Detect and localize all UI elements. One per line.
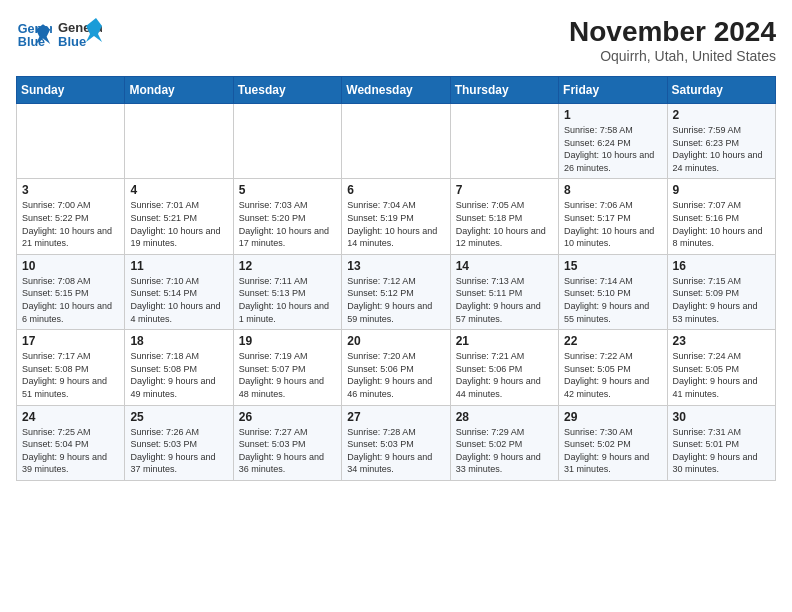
calendar-cell: 14Sunrise: 7:13 AM Sunset: 5:11 PM Dayli… xyxy=(450,254,558,329)
day-info: Sunrise: 7:27 AM Sunset: 5:03 PM Dayligh… xyxy=(239,426,336,476)
day-info: Sunrise: 7:26 AM Sunset: 5:03 PM Dayligh… xyxy=(130,426,227,476)
calendar-cell: 8Sunrise: 7:06 AM Sunset: 5:17 PM Daylig… xyxy=(559,179,667,254)
day-number: 15 xyxy=(564,259,661,273)
day-number: 2 xyxy=(673,108,770,122)
day-info: Sunrise: 7:25 AM Sunset: 5:04 PM Dayligh… xyxy=(22,426,119,476)
day-info: Sunrise: 7:11 AM Sunset: 5:13 PM Dayligh… xyxy=(239,275,336,325)
day-number: 10 xyxy=(22,259,119,273)
day-info: Sunrise: 7:21 AM Sunset: 5:06 PM Dayligh… xyxy=(456,350,553,400)
calendar-week-1: 1Sunrise: 7:58 AM Sunset: 6:24 PM Daylig… xyxy=(17,104,776,179)
day-info: Sunrise: 7:14 AM Sunset: 5:10 PM Dayligh… xyxy=(564,275,661,325)
day-info: Sunrise: 7:13 AM Sunset: 5:11 PM Dayligh… xyxy=(456,275,553,325)
calendar-cell: 16Sunrise: 7:15 AM Sunset: 5:09 PM Dayli… xyxy=(667,254,775,329)
calendar-cell: 15Sunrise: 7:14 AM Sunset: 5:10 PM Dayli… xyxy=(559,254,667,329)
calendar-cell: 7Sunrise: 7:05 AM Sunset: 5:18 PM Daylig… xyxy=(450,179,558,254)
calendar-cell: 24Sunrise: 7:25 AM Sunset: 5:04 PM Dayli… xyxy=(17,405,125,480)
day-number: 24 xyxy=(22,410,119,424)
day-number: 18 xyxy=(130,334,227,348)
day-info: Sunrise: 7:20 AM Sunset: 5:06 PM Dayligh… xyxy=(347,350,444,400)
page-header: General Blue General Blue November 2024 … xyxy=(16,16,776,64)
day-number: 23 xyxy=(673,334,770,348)
day-info: Sunrise: 7:18 AM Sunset: 5:08 PM Dayligh… xyxy=(130,350,227,400)
day-number: 30 xyxy=(673,410,770,424)
day-number: 26 xyxy=(239,410,336,424)
day-number: 19 xyxy=(239,334,336,348)
day-number: 28 xyxy=(456,410,553,424)
day-info: Sunrise: 7:05 AM Sunset: 5:18 PM Dayligh… xyxy=(456,199,553,249)
calendar-cell: 11Sunrise: 7:10 AM Sunset: 5:14 PM Dayli… xyxy=(125,254,233,329)
day-info: Sunrise: 7:10 AM Sunset: 5:14 PM Dayligh… xyxy=(130,275,227,325)
day-info: Sunrise: 7:17 AM Sunset: 5:08 PM Dayligh… xyxy=(22,350,119,400)
calendar-cell xyxy=(450,104,558,179)
page-title: November 2024 xyxy=(569,16,776,48)
calendar-header: SundayMondayTuesdayWednesdayThursdayFrid… xyxy=(17,77,776,104)
calendar-cell: 13Sunrise: 7:12 AM Sunset: 5:12 PM Dayli… xyxy=(342,254,450,329)
day-number: 11 xyxy=(130,259,227,273)
calendar-cell xyxy=(233,104,341,179)
day-number: 7 xyxy=(456,183,553,197)
calendar-cell: 26Sunrise: 7:27 AM Sunset: 5:03 PM Dayli… xyxy=(233,405,341,480)
calendar-table: SundayMondayTuesdayWednesdayThursdayFrid… xyxy=(16,76,776,481)
day-number: 6 xyxy=(347,183,444,197)
day-info: Sunrise: 7:31 AM Sunset: 5:01 PM Dayligh… xyxy=(673,426,770,476)
logo-svg: General Blue xyxy=(58,16,102,54)
day-info: Sunrise: 7:19 AM Sunset: 5:07 PM Dayligh… xyxy=(239,350,336,400)
day-number: 12 xyxy=(239,259,336,273)
calendar-cell: 12Sunrise: 7:11 AM Sunset: 5:13 PM Dayli… xyxy=(233,254,341,329)
day-info: Sunrise: 7:08 AM Sunset: 5:15 PM Dayligh… xyxy=(22,275,119,325)
calendar-cell: 10Sunrise: 7:08 AM Sunset: 5:15 PM Dayli… xyxy=(17,254,125,329)
day-info: Sunrise: 7:24 AM Sunset: 5:05 PM Dayligh… xyxy=(673,350,770,400)
day-info: Sunrise: 7:15 AM Sunset: 5:09 PM Dayligh… xyxy=(673,275,770,325)
day-number: 22 xyxy=(564,334,661,348)
day-number: 4 xyxy=(130,183,227,197)
calendar-cell: 20Sunrise: 7:20 AM Sunset: 5:06 PM Dayli… xyxy=(342,330,450,405)
weekday-header-monday: Monday xyxy=(125,77,233,104)
calendar-week-3: 10Sunrise: 7:08 AM Sunset: 5:15 PM Dayli… xyxy=(17,254,776,329)
day-number: 3 xyxy=(22,183,119,197)
calendar-cell: 9Sunrise: 7:07 AM Sunset: 5:16 PM Daylig… xyxy=(667,179,775,254)
day-number: 21 xyxy=(456,334,553,348)
day-info: Sunrise: 7:22 AM Sunset: 5:05 PM Dayligh… xyxy=(564,350,661,400)
day-number: 13 xyxy=(347,259,444,273)
day-info: Sunrise: 7:06 AM Sunset: 5:17 PM Dayligh… xyxy=(564,199,661,249)
day-number: 9 xyxy=(673,183,770,197)
day-info: Sunrise: 7:59 AM Sunset: 6:23 PM Dayligh… xyxy=(673,124,770,174)
day-number: 1 xyxy=(564,108,661,122)
calendar-cell: 28Sunrise: 7:29 AM Sunset: 5:02 PM Dayli… xyxy=(450,405,558,480)
weekday-header-wednesday: Wednesday xyxy=(342,77,450,104)
day-info: Sunrise: 7:28 AM Sunset: 5:03 PM Dayligh… xyxy=(347,426,444,476)
day-info: Sunrise: 7:01 AM Sunset: 5:21 PM Dayligh… xyxy=(130,199,227,249)
calendar-cell: 5Sunrise: 7:03 AM Sunset: 5:20 PM Daylig… xyxy=(233,179,341,254)
day-number: 14 xyxy=(456,259,553,273)
calendar-cell: 18Sunrise: 7:18 AM Sunset: 5:08 PM Dayli… xyxy=(125,330,233,405)
calendar-cell: 22Sunrise: 7:22 AM Sunset: 5:05 PM Dayli… xyxy=(559,330,667,405)
day-info: Sunrise: 7:30 AM Sunset: 5:02 PM Dayligh… xyxy=(564,426,661,476)
calendar-cell: 2Sunrise: 7:59 AM Sunset: 6:23 PM Daylig… xyxy=(667,104,775,179)
weekday-row: SundayMondayTuesdayWednesdayThursdayFrid… xyxy=(17,77,776,104)
day-number: 8 xyxy=(564,183,661,197)
day-number: 25 xyxy=(130,410,227,424)
day-number: 17 xyxy=(22,334,119,348)
calendar-cell: 23Sunrise: 7:24 AM Sunset: 5:05 PM Dayli… xyxy=(667,330,775,405)
calendar-cell: 25Sunrise: 7:26 AM Sunset: 5:03 PM Dayli… xyxy=(125,405,233,480)
calendar-cell: 3Sunrise: 7:00 AM Sunset: 5:22 PM Daylig… xyxy=(17,179,125,254)
calendar-cell: 30Sunrise: 7:31 AM Sunset: 5:01 PM Dayli… xyxy=(667,405,775,480)
page-subtitle: Oquirrh, Utah, United States xyxy=(569,48,776,64)
logo-icon: General Blue xyxy=(16,17,52,53)
calendar-cell: 1Sunrise: 7:58 AM Sunset: 6:24 PM Daylig… xyxy=(559,104,667,179)
day-number: 27 xyxy=(347,410,444,424)
weekday-header-tuesday: Tuesday xyxy=(233,77,341,104)
day-number: 20 xyxy=(347,334,444,348)
weekday-header-friday: Friday xyxy=(559,77,667,104)
calendar-body: 1Sunrise: 7:58 AM Sunset: 6:24 PM Daylig… xyxy=(17,104,776,481)
day-info: Sunrise: 7:12 AM Sunset: 5:12 PM Dayligh… xyxy=(347,275,444,325)
svg-text:Blue: Blue xyxy=(58,34,86,49)
calendar-week-2: 3Sunrise: 7:00 AM Sunset: 5:22 PM Daylig… xyxy=(17,179,776,254)
day-info: Sunrise: 7:29 AM Sunset: 5:02 PM Dayligh… xyxy=(456,426,553,476)
calendar-cell: 29Sunrise: 7:30 AM Sunset: 5:02 PM Dayli… xyxy=(559,405,667,480)
calendar-cell: 27Sunrise: 7:28 AM Sunset: 5:03 PM Dayli… xyxy=(342,405,450,480)
day-number: 29 xyxy=(564,410,661,424)
weekday-header-saturday: Saturday xyxy=(667,77,775,104)
day-info: Sunrise: 7:58 AM Sunset: 6:24 PM Dayligh… xyxy=(564,124,661,174)
title-block: November 2024 Oquirrh, Utah, United Stat… xyxy=(569,16,776,64)
